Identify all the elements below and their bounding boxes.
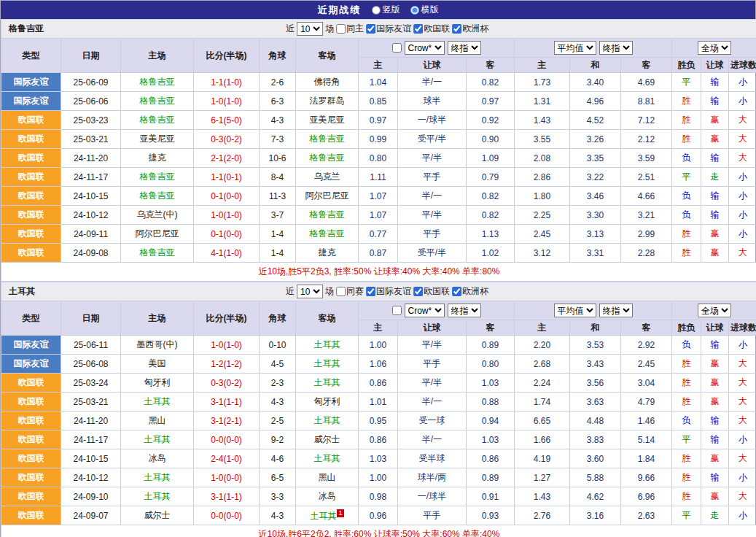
same-comp-filter[interactable]: 同赛: [336, 285, 364, 298]
odds-away: 1.03: [467, 374, 515, 393]
match-score: 2-1(2-0): [194, 149, 260, 168]
topbar: 近期战绩 竖版 横版: [1, 1, 755, 19]
friendly-checkbox[interactable]: [366, 287, 375, 296]
odds-home: 1.00: [359, 336, 398, 355]
odds-source-checkbox[interactable]: [392, 306, 402, 315]
match-date: 25-03-21: [61, 393, 121, 412]
avg-source-select[interactable]: 平均值: [554, 41, 596, 55]
match-row: 国际友谊25-06-08美国1-2(1-2)4-5土耳其1.06平手0.802.…: [1, 355, 756, 374]
goals-result: 小: [729, 187, 756, 206]
match-type-badge: 欧国联: [1, 449, 61, 468]
nations-league-checkbox[interactable]: [413, 24, 423, 34]
odds-away: 0.82: [467, 206, 515, 225]
friendly-filter[interactable]: 国际友谊: [366, 285, 411, 298]
avg-away-odds: 3.21: [621, 206, 672, 225]
friendly-checkbox[interactable]: [366, 24, 375, 34]
match-result: 胜: [672, 449, 701, 468]
vertical-radio-input[interactable]: [372, 6, 381, 15]
match-row: 欧国联24-09-08格鲁吉亚4-1(1-0)1-4捷克0.87受平/半1.02…: [1, 244, 756, 263]
handicap-line: 受平/半: [398, 130, 467, 149]
horizontal-radio-label: 横版: [421, 4, 439, 16]
nations-league-filter[interactable]: 欧国联: [413, 285, 450, 298]
away-team-name: 土耳其: [314, 415, 340, 425]
odds-home: 1.01: [359, 393, 398, 412]
corner-score: 2-5: [260, 412, 296, 430]
away-team-name: 阿尔巴尼亚: [305, 190, 349, 201]
same-host-filter[interactable]: 同主: [336, 23, 364, 35]
away-team-name: 佛得角: [314, 77, 340, 87]
match-score: 0-3(0-2): [194, 374, 260, 393]
euro-filter[interactable]: 欧洲杯: [452, 285, 488, 298]
layout-horizontal-radio[interactable]: 横版: [410, 4, 439, 16]
avg-draw-odds: 3.46: [570, 187, 621, 206]
avg-time-select[interactable]: 终指: [599, 304, 633, 317]
col-score: 比分(半场): [194, 301, 260, 336]
away-team: 匈牙利: [296, 393, 359, 412]
away-team-name: 亚美尼亚: [310, 115, 345, 125]
match-score: 1-1(1-0): [194, 73, 260, 92]
col-odds-home: 主: [359, 58, 398, 73]
avg-away-odds: 2.12: [621, 130, 672, 149]
euro-filter[interactable]: 欧洲杯: [452, 23, 488, 35]
away-team-name: 乌克兰: [314, 171, 340, 182]
layout-vertical-radio[interactable]: 竖版: [372, 4, 400, 16]
odds-source-select[interactable]: Crow*: [405, 304, 445, 317]
match-result: 胜: [672, 468, 701, 487]
col-score: 比分(半场): [194, 39, 260, 73]
nations-league-filter[interactable]: 欧国联: [413, 23, 450, 35]
avg-home-odds: 2.24: [515, 374, 570, 393]
avg-away-odds: 2.99: [621, 225, 672, 244]
col-home: 主场: [121, 301, 194, 336]
odds-source-select[interactable]: Crow*: [405, 41, 445, 55]
avg-away-odds: 4.79: [621, 393, 672, 412]
euro-checkbox[interactable]: [452, 24, 461, 34]
match-type-badge: 欧国联: [1, 225, 61, 244]
avg-home-odds: 1.43: [515, 487, 570, 506]
odds-time-select[interactable]: 终指: [448, 41, 481, 55]
avg-source-select[interactable]: 平均值: [554, 304, 596, 317]
avg-home-odds: 1.74: [515, 393, 570, 412]
horizontal-radio-input[interactable]: [410, 6, 419, 15]
handicap-result: 赢: [701, 111, 729, 130]
odds-time-select[interactable]: 终指: [448, 304, 481, 317]
match-type-badge: 欧国联: [1, 187, 61, 206]
avg-home-odds: 3.12: [515, 244, 570, 263]
handicap-line: 一/球半: [398, 487, 467, 506]
away-team: 黑山: [296, 468, 359, 487]
near-label: 近: [286, 285, 295, 298]
odds-source-checkbox[interactable]: [392, 43, 402, 53]
match-row: 国际友谊25-06-06格鲁吉亚1-0(1-0)6-3法罗群岛0.85球半0.9…: [1, 92, 756, 111]
scope-select[interactable]: 全场: [698, 304, 731, 317]
section-header: 土耳其 近 10 场 同赛 国际友谊 欧国联 欧洲杯: [3, 282, 755, 301]
friendly-filter[interactable]: 国际友谊: [366, 23, 411, 35]
match-type-badge: 欧国联: [1, 506, 61, 525]
corner-score: 6-5: [260, 468, 296, 487]
nations-league-checkbox[interactable]: [413, 287, 423, 296]
match-count-select[interactable]: 10: [297, 285, 323, 298]
same-host-checkbox[interactable]: [336, 24, 346, 34]
euro-checkbox[interactable]: [452, 287, 461, 296]
handicap-result: 赢: [701, 449, 729, 468]
away-team-name: 冰岛: [319, 491, 336, 501]
match-type-badge: 欧国联: [1, 206, 61, 225]
match-type-badge: 欧国联: [1, 244, 61, 263]
goals-result: 小: [729, 506, 756, 525]
corner-score: 4-5: [260, 355, 296, 374]
col-handicap: 让球: [398, 320, 467, 336]
home-team: 格鲁吉亚: [121, 187, 194, 206]
match-type-badge: 欧国联: [1, 393, 61, 412]
match-result: 胜: [672, 374, 701, 393]
scope-select[interactable]: 全场: [698, 41, 731, 55]
match-count-select[interactable]: 10: [297, 22, 323, 36]
match-date: 24-09-10: [61, 487, 121, 506]
euro-label: 欧洲杯: [462, 285, 488, 298]
same-comp-checkbox[interactable]: [336, 287, 346, 296]
away-team-name: 法罗群岛: [310, 96, 345, 106]
match-score: 3-1(1-1): [194, 487, 260, 506]
odds-home: 1.06: [359, 355, 398, 374]
avg-time-select[interactable]: 终指: [599, 41, 633, 55]
away-team: 土耳其: [296, 336, 359, 355]
handicap-result: 输: [701, 92, 729, 111]
away-team: 阿尔巴尼亚: [296, 187, 359, 206]
goals-result: 大: [729, 374, 756, 393]
